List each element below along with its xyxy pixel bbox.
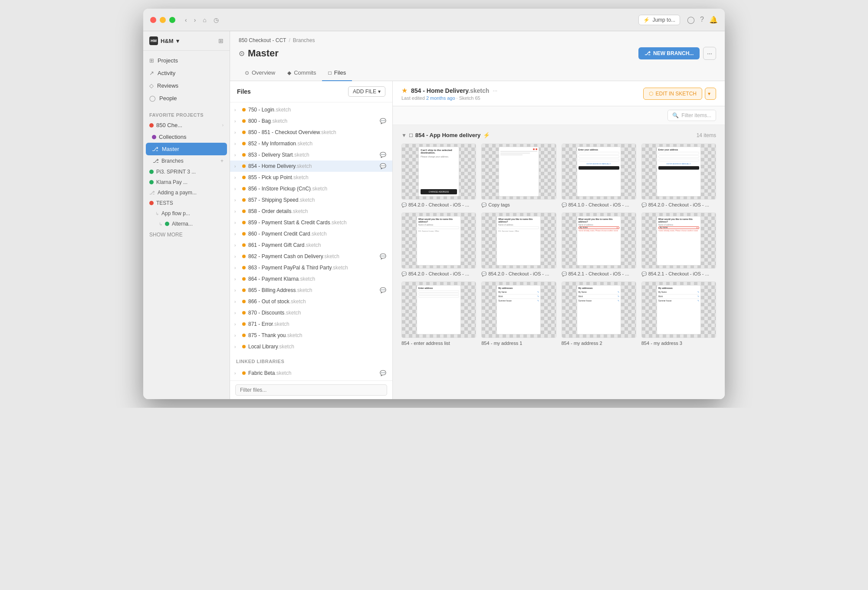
grid-item[interactable]: Can't ship to the selected destination. …: [401, 144, 476, 207]
linked-library-item[interactable]: › Fabric Beta.sketch 💬: [230, 367, 392, 379]
search-icon: 🔍: [672, 112, 679, 118]
file-item[interactable]: › 750 - Login.sketch: [230, 104, 392, 115]
file-item[interactable]: › 861 - Payment Gift Card.sketch: [230, 239, 392, 251]
file-item[interactable]: › 870 - Discounts.sketch: [230, 307, 392, 318]
sidebar-item-pi3-sprint3[interactable]: Pi3. SPRINT 3 ...: [143, 167, 230, 177]
tab-files[interactable]: □ Files: [322, 65, 352, 81]
file-item[interactable]: › 865 - Billing Address.sketch 💬: [230, 285, 392, 296]
grid-item[interactable]: Enter your address ENTER ADDRESS MANUALL…: [562, 144, 636, 207]
close-button[interactable]: [150, 17, 156, 23]
grid-item-label: 💬 854.2.1 - Checkout - iOS - ...: [562, 271, 636, 276]
project-label: Pi3. SPRINT 3 ...: [156, 169, 196, 175]
file-item[interactable]: › 855 - Pick up Point.sketch: [230, 172, 392, 183]
preview-file-name: 854 - Home Delivery.sketch: [411, 87, 489, 94]
sidebar-item-reviews[interactable]: ◇ Reviews: [143, 79, 230, 92]
preview-edited-time[interactable]: 2 months ago: [426, 95, 455, 101]
file-item[interactable]: › 853 - Delivery Start.sketch 💬: [230, 149, 392, 161]
grid-thumb: Can't ship to the selected destination. …: [401, 144, 476, 200]
grid-item[interactable]: 💬 Copy tags: [481, 144, 556, 207]
file-name: 800 - Bag.sketch: [248, 118, 377, 124]
jump-to-label: Jump to...: [652, 17, 675, 23]
file-item[interactable]: › 866 - Out of stock.sketch: [230, 296, 392, 307]
sidebar-item-klarna-pay[interactable]: Klarna Pay ...: [143, 177, 230, 187]
titlebar: ‹ › ⌂ ◷ ⚡ Jump to... ◯ ? 🔔: [143, 9, 725, 31]
grid-item[interactable]: What would you like to name this address…: [562, 213, 636, 276]
preview-more-button[interactable]: ···: [493, 87, 497, 94]
project-label: Adding a paym...: [158, 190, 197, 196]
grid-item[interactable]: What would you like to name this address…: [401, 213, 476, 276]
sidebar-item-850-checkout[interactable]: 850 Che... ›: [143, 119, 230, 131]
add-branch-icon[interactable]: +: [220, 158, 224, 164]
tab-overview[interactable]: ⊙ Overview: [239, 65, 281, 81]
files-search-input[interactable]: [235, 384, 387, 396]
file-item[interactable]: › 859 - Payment Start & Credit Cards.ske…: [230, 217, 392, 228]
file-item[interactable]: › 852 - My Information.sketch: [230, 138, 392, 149]
grid-item-name: 854.2.0 - Checkout - iOS - ...: [408, 271, 469, 276]
page-title-row: ⊙ Master ⎇ NEW BRANCH... ···: [239, 47, 716, 60]
fullscreen-button[interactable]: [169, 17, 175, 23]
grid-item[interactable]: Enter address 854 - enter address list: [401, 282, 476, 345]
file-item[interactable]: › 856 - InStore Pickup (CnC).sketch: [230, 183, 392, 194]
thumb-content: Enter your address ENTER ADDRESS MANUALL…: [562, 144, 636, 199]
edit-in-sketch-dropdown[interactable]: ▾: [705, 88, 716, 100]
sidebar-item-collections[interactable]: Collections: [143, 131, 230, 143]
sidebar-item-app-flow[interactable]: ↳ App flow p...: [143, 208, 230, 219]
file-item[interactable]: › Local Library.sketch: [230, 341, 392, 352]
grid-item[interactable]: My addresses My Name✎ Work✎ Summer house…: [641, 282, 716, 345]
grid-item[interactable]: What would you like to name this address…: [481, 213, 556, 276]
grid-item[interactable]: Enter your address ENTER ADDRESS MANUALL…: [641, 144, 716, 207]
back-button[interactable]: ‹: [182, 15, 190, 25]
add-file-button[interactable]: ADD FILE ▾: [348, 86, 385, 97]
file-item[interactable]: › 800 - Bag.sketch 💬: [230, 115, 392, 127]
filter-icon[interactable]: ⊞: [218, 37, 224, 44]
workspace-switcher[interactable]: HM H&M ▾: [149, 36, 179, 45]
help-icon[interactable]: ?: [700, 16, 704, 24]
collapse-icon[interactable]: ▼: [401, 132, 407, 138]
grid-item[interactable]: My addresses My Name✎ Work✎ Summer house…: [481, 282, 556, 345]
file-expand-arrow: ›: [234, 220, 240, 225]
comment-icon: 💬: [562, 203, 567, 207]
new-branch-button[interactable]: ⎇ NEW BRANCH...: [638, 47, 700, 59]
file-item[interactable]: › 863 - Payment PayPal & Third Party.ske…: [230, 262, 392, 273]
file-item[interactable]: › 857 - Shipping Speed.sketch: [230, 194, 392, 206]
sidebar-item-adding-paym[interactable]: ⎇ Adding a paym...: [143, 187, 230, 198]
file-item[interactable]: › 854 - Home Delivery.sketch 💬: [230, 161, 392, 172]
branch-icon: ⎇: [152, 146, 158, 152]
file-item[interactable]: › 850 - 851 - Checkout Overview.sketch: [230, 127, 392, 138]
more-options-button[interactable]: ···: [703, 47, 716, 60]
clock-button[interactable]: ◷: [211, 15, 221, 25]
file-name: 870 - Discounts.sketch: [248, 310, 386, 316]
edit-in-sketch-button[interactable]: ⬡ EDIT IN SKETCH: [643, 88, 702, 100]
sidebar-item-tests[interactable]: TESTS: [143, 198, 230, 208]
sidebar-item-projects[interactable]: ⊞ Projects: [143, 54, 230, 67]
tab-commits[interactable]: ◆ Commits: [281, 65, 322, 81]
sidebar-item-alterna[interactable]: ↳ Alterna...: [143, 219, 230, 229]
grid-item[interactable]: My addresses My Name✎ Work✎ Summer house…: [562, 282, 636, 345]
grid-item[interactable]: What would you like to name this address…: [641, 213, 716, 276]
account-icon[interactable]: ◯: [687, 16, 695, 24]
bell-icon[interactable]: 🔔: [709, 16, 718, 24]
file-item[interactable]: › 864 - Payment Klarna.sketch: [230, 273, 392, 285]
breadcrumb-project[interactable]: 850 Checkout - CCT: [239, 37, 286, 43]
file-type-dot: [242, 311, 246, 315]
file-item[interactable]: › 862 - Payment Cash on Delivery.sketch …: [230, 251, 392, 262]
file-type-dot: [242, 345, 246, 348]
home-button[interactable]: ⌂: [200, 15, 209, 25]
branches-header[interactable]: ⎇ Branches +: [143, 155, 230, 167]
jump-to-button[interactable]: ⚡ Jump to...: [638, 15, 680, 25]
sidebar-item-master[interactable]: ⎇ Master: [146, 143, 227, 155]
file-name: 858 - Order details.sketch: [248, 208, 386, 214]
file-item[interactable]: › 860 - Payment Credit Card.sketch: [230, 228, 392, 239]
forward-button[interactable]: ›: [191, 15, 199, 25]
file-item[interactable]: › 858 - Order details.sketch: [230, 206, 392, 217]
file-item[interactable]: › 875 - Thank you.sketch: [230, 330, 392, 341]
file-type-dot: [242, 334, 246, 337]
file-item[interactable]: › 871 - Error.sketch: [230, 318, 392, 330]
show-more-button[interactable]: SHOW MORE: [143, 229, 230, 240]
sidebar-item-activity[interactable]: ↗ Activity: [143, 67, 230, 79]
file-name: Local Library.sketch: [248, 344, 386, 350]
comment-icon: 💬: [380, 163, 386, 169]
sidebar-item-people[interactable]: ◯ People: [143, 92, 230, 105]
minimize-button[interactable]: [160, 17, 166, 23]
grid-item-label: 💬 854.2.0 - Checkout - iOS - ...: [401, 202, 476, 207]
